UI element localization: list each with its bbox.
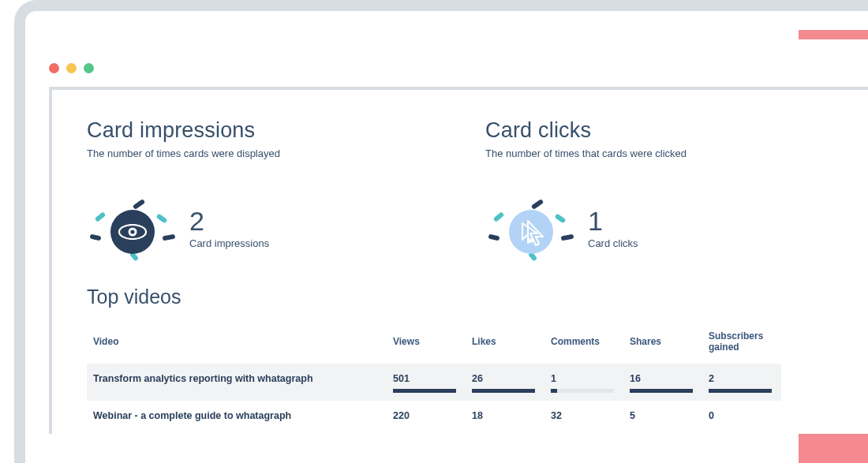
cell-comments: 1: [544, 364, 623, 387]
cell-subs: 2: [702, 364, 781, 387]
col-subs[interactable]: Subscribers gained: [702, 326, 781, 364]
bar-subs: [709, 389, 772, 393]
card-impressions-label: Card impressions: [189, 237, 269, 249]
bar-shares: [630, 389, 693, 393]
card-clicks-title: Card clicks: [485, 118, 852, 143]
cursor-sun-icon: [485, 192, 572, 263]
cell-views: 501: [387, 364, 466, 387]
cell-subs: 0: [702, 401, 781, 424]
table-row[interactable]: Transform analytics reporting with whata…: [87, 364, 781, 387]
cell-video: Transform analytics reporting with whata…: [87, 364, 387, 387]
col-shares[interactable]: Shares: [623, 326, 702, 364]
close-dot-icon[interactable]: [49, 63, 59, 73]
card-impressions-value: 2: [189, 207, 269, 234]
col-views[interactable]: Views: [387, 326, 466, 364]
device-mock: Card impressions The number of times car…: [0, 0, 868, 463]
table-row[interactable]: Webinar - a complete guide to whatagraph…: [87, 401, 781, 424]
card-impressions-subtitle: The number of times cards were displayed: [87, 147, 454, 159]
card-clicks-subtitle: The number of times that cards were clic…: [485, 147, 852, 159]
cell-likes: 26: [466, 364, 544, 387]
eye-icon: [118, 224, 147, 240]
traffic-lights: [49, 63, 94, 73]
card-impressions-title: Card impressions: [87, 118, 454, 143]
cell-comments: 32: [544, 401, 623, 424]
cell-likes: 18: [466, 401, 544, 424]
dashboard-panel: Card impressions The number of times car…: [49, 87, 868, 434]
cell-views: 220: [387, 401, 466, 424]
zoom-dot-icon[interactable]: [84, 63, 94, 73]
table-row-bars: [87, 387, 781, 401]
card-impressions-header: Card impressions The number of times car…: [87, 118, 454, 159]
cell-shares: 16: [623, 364, 702, 387]
card-clicks-stat: 1 Card clicks: [485, 192, 852, 263]
cursor-icon: [518, 219, 545, 246]
col-likes[interactable]: Likes: [466, 326, 544, 364]
eye-sun-icon: [87, 192, 174, 263]
card-clicks-header: Card clicks The number of times that car…: [485, 118, 852, 159]
minimize-dot-icon[interactable]: [66, 63, 77, 73]
cell-shares: 5: [623, 401, 702, 424]
browser-chrome: Card impressions The number of times car…: [39, 39, 868, 434]
card-impressions-stat: 2 Card impressions: [87, 192, 454, 263]
col-video[interactable]: Video: [87, 326, 387, 364]
bar-comments: [551, 389, 614, 393]
col-comments[interactable]: Comments: [544, 326, 623, 364]
card-clicks-label: Card clicks: [588, 237, 638, 249]
card-clicks-value: 1: [588, 207, 638, 234]
top-videos-table: Video Views Likes Comments Shares Subscr…: [87, 326, 781, 424]
svg-point-2: [130, 230, 134, 233]
bar-likes: [472, 389, 535, 393]
bar-views: [393, 389, 456, 393]
cell-video: Webinar - a complete guide to whatagraph: [87, 401, 387, 424]
top-videos-title: Top videos: [87, 286, 852, 308]
